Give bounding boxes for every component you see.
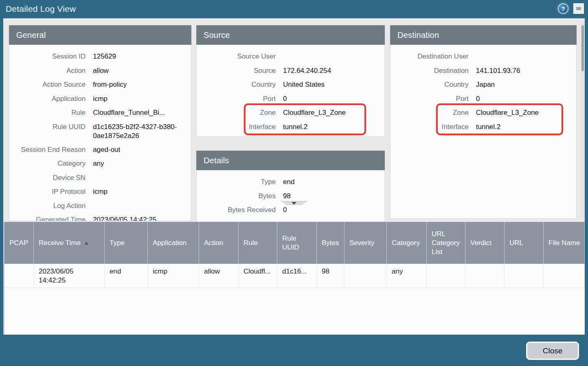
field-label: Port bbox=[391, 94, 476, 103]
column-header-verdict[interactable]: Verdict bbox=[465, 222, 505, 264]
field-label: Country bbox=[197, 80, 283, 89]
field-label: Zone bbox=[197, 108, 283, 117]
general-panel-header: General bbox=[9, 25, 191, 45]
field-label: Interface bbox=[391, 123, 476, 131]
chevron-down-icon bbox=[292, 202, 296, 205]
field-label: Generated Time bbox=[9, 215, 93, 221]
field-row: Device SN bbox=[9, 171, 191, 185]
cell-type: end bbox=[105, 264, 148, 287]
field-value: icmp bbox=[93, 187, 113, 196]
column-header-label: PCAP bbox=[9, 239, 28, 248]
column-header-rule[interactable]: Rule bbox=[239, 222, 277, 264]
field-row: CountryJapan bbox=[391, 78, 576, 92]
field-value: United States bbox=[283, 80, 330, 89]
cell-action: allow bbox=[199, 264, 239, 287]
source-panel: Source Source UserSource172.64.240.254Co… bbox=[196, 25, 385, 137]
column-header-file-name[interactable]: File Name bbox=[544, 222, 585, 264]
column-header-url[interactable]: URL bbox=[505, 222, 544, 264]
column-header-receive-time[interactable]: Receive Time▲ bbox=[34, 222, 105, 264]
field-row: Source User bbox=[197, 50, 384, 64]
field-row: Typeend bbox=[197, 175, 384, 189]
column-header-label: URL bbox=[509, 239, 523, 248]
log-table-row[interactable]: 2023/06/05 14:42:25endicmpallowCloudfl..… bbox=[4, 264, 585, 288]
field-value: end bbox=[283, 178, 300, 186]
field-row: Interfacetunnel.2 bbox=[391, 120, 576, 134]
column-header-category[interactable]: Category bbox=[387, 222, 427, 264]
field-row: Generated Time2023/06/05 14:42:25 bbox=[9, 213, 191, 221]
details-panel-header: Details bbox=[196, 151, 385, 170]
column-header-rule-uuid[interactable]: Rule UUID bbox=[277, 222, 317, 264]
field-label: Source User bbox=[197, 52, 283, 61]
field-value: Cloudflare_Tunnel_Bi... bbox=[93, 108, 171, 117]
field-row: Bytes Received0 bbox=[197, 203, 384, 217]
field-row: Interfacetunnel.2 bbox=[197, 120, 384, 134]
cell-url bbox=[505, 264, 544, 287]
column-header-label: Rule bbox=[244, 239, 258, 248]
cell-rule-uuid: d1c16... bbox=[277, 264, 317, 287]
field-row: RuleCloudflare_Tunnel_Bi... bbox=[9, 106, 191, 120]
column-header-label: File Name bbox=[549, 239, 580, 248]
column-header-label: Severity bbox=[349, 239, 374, 248]
help-icon[interactable]: ? bbox=[558, 3, 568, 14]
field-label: Rule bbox=[9, 108, 93, 117]
field-value: any bbox=[93, 159, 110, 168]
window-icon[interactable] bbox=[573, 3, 584, 14]
scrollbar-thumb[interactable] bbox=[581, 25, 584, 71]
details-panel-body: TypeendBytes98Bytes Received0 bbox=[196, 170, 385, 222]
cell-pcap bbox=[4, 264, 34, 287]
field-value: d1c16235-b2f2-4327-b380-0ae1875e2a26 bbox=[93, 123, 191, 140]
field-row: Actionallow bbox=[9, 64, 191, 78]
cell-receive-time: 2023/06/05 14:42:25 bbox=[34, 264, 105, 287]
cell-url-category-list bbox=[427, 264, 465, 287]
field-value: Cloudflare_L3_Zone bbox=[283, 108, 351, 117]
destination-panel-body: Destination UserDestination141.101.93.76… bbox=[390, 45, 577, 219]
field-label: Action bbox=[9, 66, 93, 75]
field-label: Type bbox=[197, 178, 283, 186]
close-button[interactable]: Close bbox=[526, 342, 579, 360]
field-row: Destination User bbox=[391, 50, 576, 64]
field-value: 172.64.240.254 bbox=[283, 66, 337, 75]
field-value: 0 bbox=[283, 94, 292, 103]
field-row: Source172.64.240.254 bbox=[197, 64, 384, 78]
column-header-url-category-list[interactable]: URL Category List bbox=[427, 222, 465, 264]
field-row: Session ID125629 bbox=[9, 50, 191, 64]
field-value: 141.101.93.76 bbox=[476, 66, 526, 75]
field-label: IP Protocol bbox=[9, 187, 93, 196]
field-label: Action Source bbox=[9, 80, 93, 89]
cell-file-name bbox=[544, 264, 585, 287]
column-header-label: Rule UUID bbox=[282, 234, 312, 252]
column-header-label: URL Category List bbox=[432, 230, 461, 256]
column-header-pcap[interactable]: PCAP bbox=[4, 222, 34, 264]
field-row: IP Protocolicmp bbox=[9, 185, 191, 199]
field-label: Rule UUID bbox=[9, 123, 93, 131]
source-panel-body: Source UserSource172.64.240.254CountryUn… bbox=[196, 45, 385, 137]
column-header-label: Bytes bbox=[322, 239, 339, 248]
field-row: Categoryany bbox=[9, 157, 191, 171]
column-header-label: Category bbox=[392, 239, 420, 248]
dialog-title: Detailed Log View bbox=[6, 4, 76, 14]
log-table-section: PCAPReceive Time▲TypeApplicationActionRu… bbox=[3, 222, 585, 335]
column-header-action[interactable]: Action bbox=[199, 222, 239, 264]
cell-severity bbox=[344, 264, 387, 287]
column-header-label: Type bbox=[110, 239, 125, 248]
field-label: Log Action bbox=[9, 202, 93, 210]
scrollbar-track bbox=[581, 22, 585, 218]
field-value: from-policy bbox=[93, 80, 132, 89]
field-label: Interface bbox=[197, 123, 283, 131]
field-label: Device SN bbox=[9, 173, 93, 182]
window-icon-glyph bbox=[575, 6, 582, 11]
cell-category: any bbox=[387, 264, 427, 287]
column-header-type[interactable]: Type bbox=[105, 222, 148, 264]
column-header-severity[interactable]: Severity bbox=[344, 222, 387, 264]
field-value: 2023/06/05 14:42:25 bbox=[93, 215, 162, 221]
field-label: Bytes bbox=[197, 192, 283, 201]
column-header-application[interactable]: Application bbox=[148, 222, 199, 264]
field-row: Log Action bbox=[9, 199, 191, 213]
field-row: CountryUnited States bbox=[197, 78, 384, 92]
field-label: Destination bbox=[391, 66, 476, 75]
cell-verdict bbox=[465, 264, 505, 287]
column-header-bytes[interactable]: Bytes bbox=[317, 222, 344, 264]
general-panel: General Session ID125629ActionallowActio… bbox=[9, 25, 191, 221]
titlebar-icons: ? bbox=[558, 3, 584, 14]
log-table-body: 2023/06/05 14:42:25endicmpallowCloudfl..… bbox=[4, 264, 585, 288]
